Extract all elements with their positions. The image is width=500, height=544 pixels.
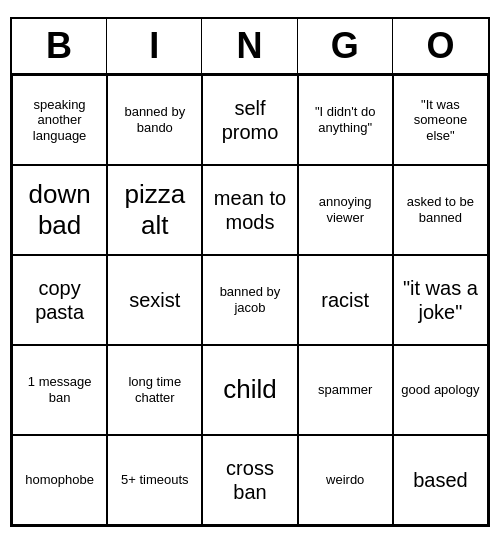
bingo-cell[interactable]: mean to mods [202, 165, 297, 255]
bingo-cell[interactable]: homophobe [12, 435, 107, 525]
bingo-header-letter: B [12, 19, 107, 73]
bingo-cell[interactable]: good apology [393, 345, 488, 435]
bingo-cell[interactable]: long time chatter [107, 345, 202, 435]
bingo-cell[interactable]: banned by bando [107, 75, 202, 165]
bingo-card: BINGO speaking another languagebanned by… [10, 17, 490, 527]
bingo-cell[interactable]: cross ban [202, 435, 297, 525]
bingo-cell[interactable]: "I didn't do anything" [298, 75, 393, 165]
bingo-cell[interactable]: asked to be banned [393, 165, 488, 255]
bingo-cell[interactable]: racist [298, 255, 393, 345]
bingo-header: BINGO [12, 19, 488, 75]
bingo-cell[interactable]: weirdo [298, 435, 393, 525]
bingo-cell[interactable]: spammer [298, 345, 393, 435]
bingo-cell[interactable]: based [393, 435, 488, 525]
bingo-cell[interactable]: pizza alt [107, 165, 202, 255]
bingo-cell[interactable]: child [202, 345, 297, 435]
bingo-cell[interactable]: 5+ timeouts [107, 435, 202, 525]
bingo-cell[interactable]: "It was someone else" [393, 75, 488, 165]
bingo-cell[interactable]: "it was a joke" [393, 255, 488, 345]
bingo-cell[interactable]: 1 message ban [12, 345, 107, 435]
bingo-header-letter: N [202, 19, 297, 73]
bingo-header-letter: O [393, 19, 488, 73]
bingo-cell[interactable]: copy pasta [12, 255, 107, 345]
bingo-cell[interactable]: annoying viewer [298, 165, 393, 255]
bingo-cell[interactable]: down bad [12, 165, 107, 255]
bingo-cell[interactable]: speaking another language [12, 75, 107, 165]
bingo-header-letter: G [298, 19, 393, 73]
bingo-cell[interactable]: self promo [202, 75, 297, 165]
bingo-cell[interactable]: banned by jacob [202, 255, 297, 345]
bingo-cell[interactable]: sexist [107, 255, 202, 345]
bingo-grid: speaking another languagebanned by bando… [12, 75, 488, 525]
bingo-header-letter: I [107, 19, 202, 73]
